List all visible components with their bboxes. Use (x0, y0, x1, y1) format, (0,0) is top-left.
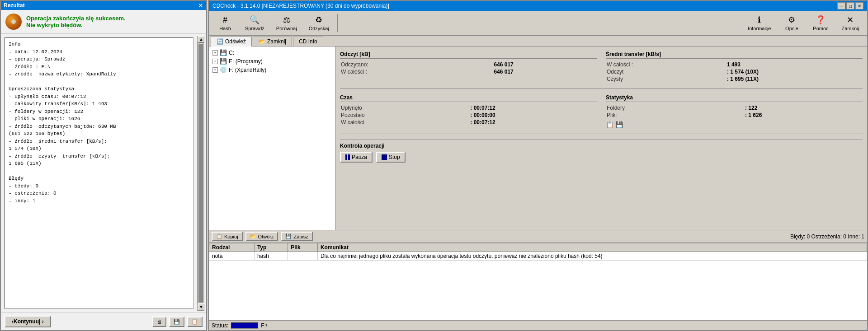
print-button[interactable]: 🖨 (152, 317, 166, 327)
tab-cd-info[interactable]: CD Info (293, 37, 323, 46)
cell-typ: hash (254, 252, 288, 261)
pause-bar-1 (345, 154, 347, 160)
pomoc-icon: ❓ (816, 15, 826, 25)
save-small-icon[interactable]: 💾 (615, 121, 623, 128)
statystyka-title: Statystyka (606, 94, 863, 102)
rezultat-scrollbar[interactable]: ▲ ▼ (197, 36, 204, 311)
pomoc-button[interactable]: ❓ Pomoc (807, 13, 834, 33)
stats-divider-1 (340, 89, 863, 89)
main-toolbar: #️ Hash 🔍 Sprawdź ⚖ Porównaj ♻ Odzyskaj … (209, 11, 867, 36)
odczyt-table: Odczytano: 646 017 W całości : 646 017 (340, 61, 597, 76)
copy-small-icon[interactable]: 📋 (606, 121, 613, 128)
tab-zamknij[interactable]: 📂 Zamknij (253, 37, 292, 46)
statystyka-table: Foldery : 122 Pliki : 1 626 (606, 104, 863, 119)
status-label: Status: (212, 322, 228, 329)
informacje-icon: ℹ (758, 15, 761, 25)
control-title: Kontrola operacji (340, 143, 863, 149)
pliki-label: Pliki (607, 112, 744, 118)
main-area: + 💾 C: + 💾 E: (Programy) + 💿 F: (XpandRa… (209, 46, 867, 230)
pause-icon (345, 154, 350, 160)
porownaj-icon: ⚖ (283, 15, 290, 25)
drive-c-icon: 💾 (220, 49, 227, 56)
otworz-label: Otwórz (258, 234, 274, 239)
zapisz-icon: 💾 (285, 233, 292, 239)
odzyskaj-button[interactable]: ♻ Odzyskaj (303, 13, 335, 33)
cell-komunikat: Dla co najmniej jednego pliku została wy… (317, 252, 867, 261)
cdcheck-panel: CDCheck - 3.1.14.0 [NIEZAREJESTROWANY (3… (208, 0, 868, 331)
zamknij-toolbar-button[interactable]: ✕ Zamknij (836, 13, 864, 33)
tree-expander-c[interactable]: + (212, 50, 218, 56)
control-section: Kontrola operacji Pauza Stop (340, 140, 863, 163)
sprawdz-icon: 🔍 (250, 15, 259, 25)
drive-c-label: C: (229, 50, 331, 56)
pause-bar-2 (348, 154, 350, 160)
kopiuj-label: Kopiuj (224, 234, 238, 239)
rezultat-close-button[interactable]: ✕ (198, 2, 203, 9)
porownaj-button[interactable]: ⚖ Porównaj (271, 13, 302, 33)
tree-expander-e[interactable]: + (212, 59, 218, 64)
scroll-thumb[interactable] (198, 44, 203, 303)
table-row[interactable]: notahashDla co najmniej jednego pliku zo… (209, 252, 867, 261)
odzyskaj-icon: ♻ (315, 15, 322, 25)
save-button[interactable]: 💾 (169, 317, 184, 327)
scroll-up-arrow[interactable]: ▲ (198, 36, 204, 43)
log-table: Rodzai Typ Plik Komunikat notahashDla co… (209, 243, 867, 320)
otworz-button[interactable]: 📂 Otwórz (245, 232, 278, 241)
kopiuj-button[interactable]: 📋 Kopiuj (212, 232, 243, 241)
maximize-button[interactable]: □ (846, 2, 854, 9)
tree-item-c[interactable]: + 💾 C: (211, 48, 333, 57)
odczytano-val: 646 017 (494, 61, 596, 68)
col-typ: Typ (254, 243, 288, 252)
scroll-down-arrow[interactable]: ▼ (198, 303, 204, 311)
stats-row-middle: Czas Upłynęło : 00:07:12 Pozostało : 00:… (340, 94, 863, 128)
close-button[interactable]: ✕ (855, 2, 863, 9)
tab-odswiez[interactable]: 🔄 Odśwież (211, 37, 252, 47)
odswiez-icon: 🔄 (217, 38, 223, 45)
hash-icon: #️ (223, 15, 227, 25)
odzyskaj-label: Odzyskaj (309, 26, 329, 31)
hash-button[interactable]: #️ Hash (212, 13, 239, 33)
opcje-label: Opcje (785, 26, 798, 31)
kontynuuj-button[interactable]: ‹Kontynuuj › (5, 316, 51, 327)
informacje-button[interactable]: ℹ Informacje (742, 13, 776, 33)
czysty-label: Czysty (607, 76, 726, 82)
pliki-val: : 1 626 (745, 112, 862, 118)
odczyt-label: Odczyt (607, 69, 726, 75)
status-path: F:\ (261, 322, 267, 329)
odswiez-label: Odśwież (225, 38, 246, 45)
success-line2: Nie wykryto błędów. (26, 22, 126, 28)
copy-button[interactable]: 📋 (187, 317, 203, 327)
sprawdz-button[interactable]: 🔍 Sprawdź (240, 13, 270, 33)
control-buttons: Pauza Stop (340, 152, 863, 163)
odczytano-label: Odczytano: (341, 61, 493, 68)
stop-label: Stop (389, 154, 400, 160)
cdcheck-title: CDCheck - 3.1.14.0 [NIEZAREJESTROWANY (3… (212, 3, 389, 9)
drive-f-icon: 💿 (220, 66, 227, 73)
tree-item-e[interactable]: + 💾 E: (Programy) (211, 57, 333, 65)
log-toolbar: 📋 Kopiuj 📂 Otwórz 💾 Zapisz Błędy: 0 Ostr… (209, 230, 867, 243)
zapisz-label: Zapisz (293, 234, 308, 239)
file-tree: + 💾 C: + 💾 E: (Programy) + 💿 F: (XpandRa… (209, 47, 335, 230)
opcje-button[interactable]: ⚙ Opcje (778, 13, 805, 33)
uplynelo-val: : 00:07:12 (470, 105, 596, 111)
pauza-label: Pauza (352, 154, 367, 160)
porownaj-label: Porównaj (276, 26, 297, 31)
minimize-button[interactable]: ─ (837, 2, 845, 9)
sprawdz-label: Sprawdź (245, 26, 264, 31)
tree-expander-f[interactable]: + (212, 67, 218, 73)
cell-plik (288, 252, 318, 261)
sredni-transfer-title: Średni transfer [kB/s] (606, 51, 863, 59)
w-calosci2-val: 1 493 (727, 61, 862, 68)
pauza-button[interactable]: Pauza (340, 152, 373, 163)
tree-item-f[interactable]: + 💿 F: (XpandRally) (211, 65, 333, 74)
success-text: Operacja zakończyła się sukcesem. Nie wy… (26, 15, 126, 28)
czysty-val: : 1 695 (11X) (727, 76, 862, 82)
foldery-label: Foldery (607, 105, 744, 111)
stop-button[interactable]: Stop (376, 152, 406, 163)
pomoc-label: Pomoc (813, 26, 828, 31)
opcje-icon: ⚙ (788, 15, 795, 25)
zapisz-button[interactable]: 💾 Zapisz (281, 232, 312, 241)
uplynelo-label: Upłynęło (341, 105, 469, 111)
success-line1: Operacja zakończyła się sukcesem. (26, 15, 126, 22)
col-plik: Plik (288, 243, 318, 252)
